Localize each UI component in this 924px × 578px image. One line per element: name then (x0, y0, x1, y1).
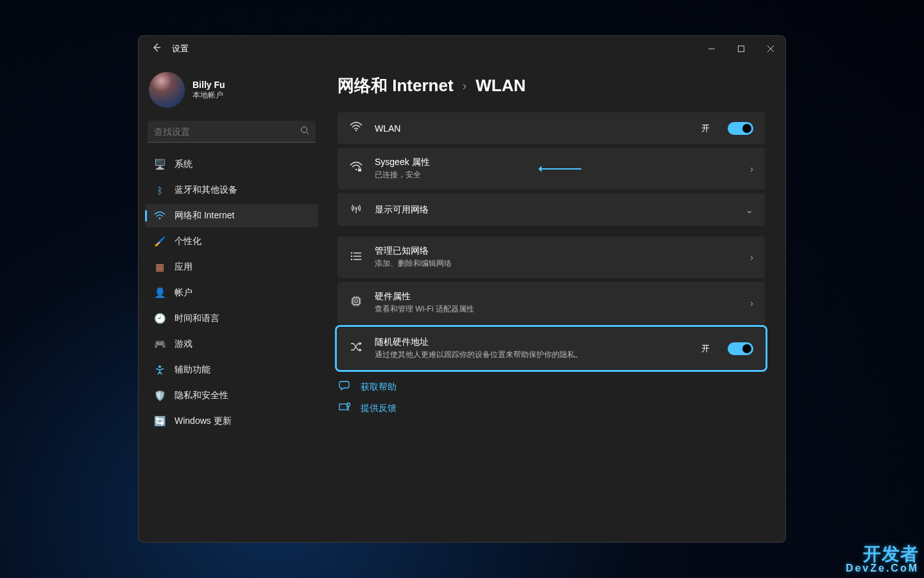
back-arrow-icon (151, 42, 162, 53)
nav-label: 游戏 (175, 338, 193, 350)
random-mac-title: 随机硬件地址 (375, 337, 690, 348)
nav-accounts[interactable]: 👤 帐户 (145, 281, 318, 304)
svg-point-8 (355, 130, 357, 131)
svg-point-13 (351, 252, 352, 253)
sidebar: Billy Fu 本地帐户 🖥️ 系统 ᛒ 蓝牙和其他设备 (139, 62, 325, 542)
update-icon: 🔄 (154, 416, 166, 427)
nav-system[interactable]: 🖥️ 系统 (145, 153, 318, 176)
wlan-toggle-card[interactable]: WLAN 开 (338, 112, 765, 144)
annotation-arrow (540, 168, 581, 170)
feedback-icon (338, 402, 352, 414)
avatar (149, 72, 185, 108)
nav-label: 应用 (175, 261, 193, 273)
svg-rect-20 (355, 300, 357, 302)
shuffle-icon (349, 342, 363, 355)
minimize-icon (708, 46, 715, 52)
watermark-line2: DevZe.CoM (846, 563, 919, 574)
nav-label: 系统 (175, 159, 193, 170)
search-input[interactable] (154, 127, 300, 137)
nav-bluetooth[interactable]: ᛒ 蓝牙和其他设备 (145, 179, 318, 202)
maximize-button[interactable] (726, 36, 756, 62)
nav-label: 辅助功能 (175, 364, 210, 376)
hardware-properties-card[interactable]: 硬件属性 查看和管理 Wi-Fi 适配器属性 › (338, 282, 765, 324)
available-networks-card[interactable]: 显示可用网络 ⌄ (338, 193, 765, 226)
titlebar: 设置 (139, 36, 785, 62)
available-title: 显示可用网络 (375, 204, 734, 216)
known-networks-card[interactable]: 管理已知网络 添加、删除和编辑网络 › (338, 236, 765, 278)
toggle-state-label: 开 (701, 123, 710, 134)
svg-rect-10 (358, 169, 361, 171)
help-label: 获取帮助 (361, 381, 397, 393)
nav-update[interactable]: 🔄 Windows 更新 (145, 410, 318, 433)
search-box[interactable] (148, 121, 316, 143)
nav-network[interactable]: 网络和 Internet (145, 204, 318, 227)
main-content: 网络和 Internet › WLAN WLAN 开 Sysgeek 属性 已连… (325, 62, 785, 542)
svg-rect-19 (353, 298, 359, 304)
nav-accessibility[interactable]: 辅助功能 (145, 358, 318, 381)
chevron-right-icon: › (750, 164, 753, 174)
svg-point-6 (159, 218, 161, 220)
clock-icon: 🕘 (154, 313, 166, 324)
svg-line-5 (307, 132, 309, 134)
get-help-link[interactable]: 获取帮助 (338, 381, 765, 393)
wlan-label: WLAN (375, 123, 690, 134)
wifi-icon (154, 210, 166, 222)
nav-label: 个性化 (175, 236, 201, 247)
breadcrumb-current: WLAN (475, 76, 526, 96)
close-button[interactable] (756, 36, 785, 62)
brush-icon: 🖌️ (154, 236, 166, 247)
nav-gaming[interactable]: 🎮 游戏 (145, 333, 318, 356)
svg-point-15 (351, 255, 352, 256)
settings-window: 设置 Billy Fu 本地帐户 🖥️ 系统 (138, 35, 786, 543)
maximize-icon (738, 46, 744, 52)
minimize-button[interactable] (697, 36, 726, 62)
profile-subtitle: 本地帐户 (193, 90, 225, 101)
chevron-right-icon: › (750, 252, 753, 263)
chip-icon (349, 295, 363, 310)
wifi-lock-icon (349, 161, 363, 176)
feedback-link[interactable]: 提供反馈 (338, 402, 765, 414)
apps-icon: ▦ (154, 261, 166, 273)
chevron-down-icon: ⌄ (746, 205, 753, 215)
nav-privacy[interactable]: 🛡️ 隐私和安全性 (145, 384, 318, 407)
network-title: Sysgeek 属性 (375, 157, 521, 168)
feedback-label: 提供反馈 (361, 403, 397, 414)
close-icon (767, 46, 774, 52)
nav-label: 网络和 Internet (175, 210, 234, 222)
svg-rect-33 (339, 404, 347, 410)
back-button[interactable] (146, 42, 167, 55)
breadcrumb-parent[interactable]: 网络和 Internet (338, 74, 454, 97)
profile-section[interactable]: Billy Fu 本地帐户 (145, 67, 318, 117)
random-mac-toggle[interactable] (728, 342, 753, 355)
svg-point-7 (158, 365, 161, 368)
nav-time[interactable]: 🕘 时间和语言 (145, 307, 318, 330)
svg-point-17 (351, 258, 352, 259)
breadcrumb: 网络和 Internet › WLAN (338, 74, 765, 97)
person-icon: 👤 (154, 287, 166, 299)
wlan-toggle[interactable] (728, 122, 753, 135)
nav-label: 蓝牙和其他设备 (175, 184, 237, 196)
accessibility-icon (154, 364, 166, 376)
profile-name: Billy Fu (193, 80, 225, 90)
list-icon (349, 251, 363, 264)
window-title: 设置 (172, 43, 189, 55)
chevron-right-icon: › (463, 78, 467, 93)
random-mac-subtitle: 通过使其他人更难以跟踪你的设备位置来帮助保护你的隐私。 (375, 349, 690, 360)
nav-label: 时间和语言 (175, 313, 219, 324)
help-icon (338, 381, 352, 393)
network-properties-card[interactable]: Sysgeek 属性 已连接，安全 › (338, 148, 765, 189)
svg-point-9 (355, 169, 357, 170)
svg-point-4 (302, 127, 307, 132)
nav-personalization[interactable]: 🖌️ 个性化 (145, 230, 318, 253)
system-icon: 🖥️ (154, 159, 166, 170)
wifi-icon (349, 121, 363, 135)
hardware-subtitle: 查看和管理 Wi-Fi 适配器属性 (375, 304, 739, 315)
network-subtitle: 已连接，安全 (375, 170, 521, 180)
hardware-title: 硬件属性 (375, 291, 739, 302)
svg-rect-1 (739, 46, 744, 52)
known-subtitle: 添加、删除和编辑网络 (375, 258, 739, 269)
nav-label: 隐私和安全性 (175, 390, 228, 401)
random-mac-card[interactable]: 随机硬件地址 通过使其他人更难以跟踪你的设备位置来帮助保护你的隐私。 开 (338, 328, 765, 369)
nav-apps[interactable]: ▦ 应用 (145, 256, 318, 279)
watermark: 开发者 DevZe.CoM (846, 545, 919, 574)
